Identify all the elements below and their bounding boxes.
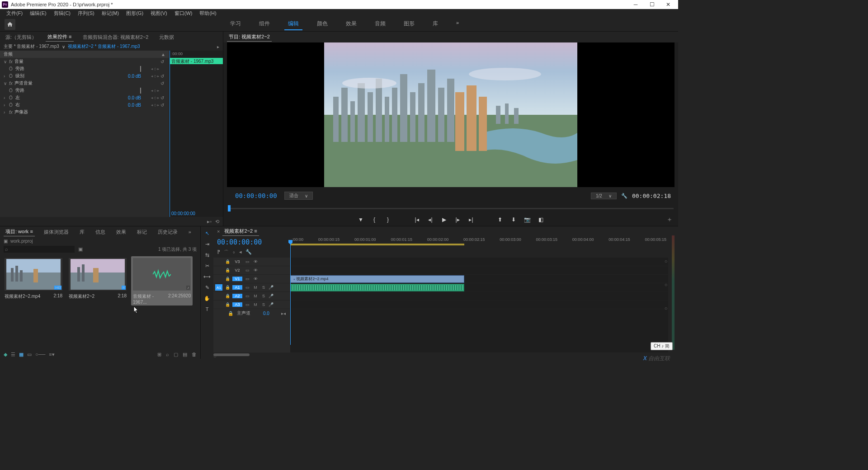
- hand-tool-icon[interactable]: ✋: [203, 294, 211, 302]
- keyframe-nav[interactable]: ◂ ◇ ▸: [141, 89, 159, 93]
- ec-fx-volume[interactable]: 音量: [14, 58, 159, 65]
- workspace-tab-audio[interactable]: 音频: [371, 18, 389, 30]
- left-value[interactable]: 0.0 dB: [114, 95, 141, 100]
- type-tool-icon[interactable]: T: [203, 305, 211, 313]
- tab-markers[interactable]: 标记: [135, 228, 149, 236]
- menu-edit[interactable]: 编辑(E): [26, 10, 50, 17]
- scroll-diamond-icon[interactable]: ○: [665, 258, 668, 264]
- eye-icon[interactable]: 👁: [252, 268, 259, 273]
- step-back-icon[interactable]: ◂|: [427, 216, 434, 223]
- close-button[interactable]: ✕: [660, 0, 676, 9]
- timeline-playhead[interactable]: [290, 243, 291, 345]
- voice-over-icon[interactable]: 🎤: [269, 285, 274, 290]
- menu-file[interactable]: 文件(F): [3, 10, 26, 17]
- keyframe-nav[interactable]: ◂ ◇ ▸: [141, 74, 159, 78]
- sync-lock-icon[interactable]: ▭: [244, 302, 250, 307]
- right-value[interactable]: 0.0 dB: [114, 103, 141, 108]
- keyframe-nav[interactable]: ◂ ◇ ▸: [141, 103, 159, 107]
- tab-info[interactable]: 信息: [94, 228, 107, 236]
- compare-icon[interactable]: ◧: [537, 216, 544, 223]
- scroll-diamond-icon[interactable]: ○: [665, 282, 668, 287]
- lift-icon[interactable]: ⬆: [496, 216, 504, 223]
- zoom-fit-dropdown[interactable]: 适合∨: [284, 192, 313, 200]
- automate-icon[interactable]: ⊞: [157, 352, 161, 357]
- bin-item-audio[interactable]: ♪ 音频素材 - 1967...2:24:25920: [131, 256, 193, 306]
- sync-lock-icon[interactable]: ▭: [244, 268, 250, 273]
- menu-help[interactable]: 帮助(H): [196, 10, 220, 17]
- lock-icon[interactable]: ◆: [4, 352, 7, 357]
- lock-icon[interactable]: 🔒: [224, 285, 231, 290]
- lock-icon[interactable]: 🔒: [224, 259, 231, 264]
- program-scrubber[interactable]: [228, 204, 674, 213]
- menu-graphics[interactable]: 图形(G): [123, 10, 147, 17]
- track-v1[interactable]: V1: [232, 277, 242, 281]
- ripple-tool-icon[interactable]: ⇆: [203, 251, 211, 259]
- wrench-icon[interactable]: 🔧: [619, 193, 629, 199]
- new-bin-icon[interactable]: ▢: [174, 352, 178, 357]
- home-button[interactable]: [5, 19, 15, 30]
- tab-source[interactable]: 源:（无剪辑）: [4, 33, 38, 42]
- mute-icon[interactable]: M: [252, 285, 259, 290]
- tab-more[interactable]: »: [187, 228, 193, 235]
- lock-icon[interactable]: 🔒: [224, 302, 231, 307]
- track-a1[interactable]: A1: [232, 285, 242, 290]
- mute-icon[interactable]: M: [252, 294, 259, 298]
- bin-item-video[interactable]: HD 视频素材2~2.mp42:18: [3, 256, 64, 301]
- stopwatch-icon[interactable]: Ö: [9, 66, 15, 71]
- track-v2[interactable]: V2: [232, 268, 242, 273]
- timeline-timecode[interactable]: 00:00:00:00: [217, 238, 287, 246]
- play-only-icon[interactable]: ▸▫: [207, 219, 212, 225]
- marker-icon[interactable]: ⬨: [232, 249, 236, 256]
- effect-timeline[interactable]: :00:00 音频素材 - 1967.mp3 00:00:00:00: [169, 51, 223, 217]
- reset-icon[interactable]: ↺: [159, 95, 165, 100]
- find-icon[interactable]: ⌕: [166, 352, 169, 357]
- reset-icon[interactable]: ↺: [159, 103, 165, 108]
- pen-tool-icon[interactable]: ✎: [203, 283, 211, 291]
- export-frame-icon[interactable]: 📷: [524, 216, 531, 223]
- keyframe-nav[interactable]: ◂ ◇ ▸: [141, 67, 159, 71]
- lock-icon[interactable]: 🔒: [224, 277, 231, 281]
- source-patch-a1[interactable]: A1: [215, 284, 222, 291]
- goto-out-icon[interactable]: ▸|: [467, 216, 475, 223]
- tab-libraries[interactable]: 库: [78, 228, 86, 236]
- stopwatch-icon[interactable]: Ö: [9, 88, 15, 93]
- sync-lock-icon[interactable]: ▭: [244, 259, 250, 264]
- bin-item-sequence[interactable]: ≡ 视频素材2~22:18: [67, 256, 128, 301]
- sync-lock-icon[interactable]: ▭: [244, 277, 250, 281]
- workspace-tab-color[interactable]: 颜色: [313, 18, 331, 30]
- tab-effects[interactable]: 效果: [114, 228, 128, 236]
- play-icon[interactable]: ▶: [440, 216, 448, 223]
- video-clip[interactable]: ▪视频素材2~2.mp4: [290, 275, 464, 283]
- voice-over-icon[interactable]: 🎤: [269, 294, 274, 298]
- tab-audio-mixer[interactable]: 音频剪辑混合器: 视频素材2~2: [81, 33, 151, 42]
- timeline-zoom-scroll[interactable]: ○: [213, 353, 668, 358]
- stopwatch-icon[interactable]: Ö: [9, 103, 15, 108]
- workspace-tab-assembly[interactable]: 组件: [255, 18, 274, 30]
- tab-project[interactable]: 项目: work ≡: [4, 227, 35, 236]
- workspace-tab-editing[interactable]: 编辑: [284, 18, 302, 30]
- mark-in-icon[interactable]: {: [371, 216, 378, 223]
- audio-clip[interactable]: [290, 284, 464, 291]
- lock-icon[interactable]: 🔒: [224, 268, 231, 273]
- ec-fx-panner[interactable]: 声像器: [14, 109, 165, 115]
- maximize-button[interactable]: ☐: [644, 0, 660, 9]
- track-a3[interactable]: A3: [232, 302, 242, 307]
- tab-history[interactable]: 历史记录: [156, 228, 179, 236]
- lock-icon[interactable]: 🔒: [224, 294, 231, 298]
- timeline-ruler[interactable]: :00:0000:00:00:1500:00:01:00 00:00:01:15…: [290, 236, 668, 254]
- lock-icon[interactable]: 🔒: [228, 311, 233, 316]
- program-monitor[interactable]: [227, 42, 675, 187]
- link-icon[interactable]: ⌒: [224, 249, 229, 256]
- new-item-icon[interactable]: ▤: [183, 352, 187, 357]
- stopwatch-icon[interactable]: Ö: [9, 74, 15, 79]
- loop-icon[interactable]: ⟲: [215, 219, 219, 225]
- ec-fx-channel-volume[interactable]: 声道音量: [14, 80, 159, 86]
- eye-icon[interactable]: 👁: [252, 277, 259, 281]
- minimize-button[interactable]: ─: [627, 0, 644, 9]
- razor-tool-icon[interactable]: ✂: [203, 262, 211, 270]
- extract-icon[interactable]: ⬇: [510, 216, 517, 223]
- slip-tool-icon[interactable]: ⟷: [203, 273, 211, 281]
- wrench-icon[interactable]: 🔧: [245, 249, 252, 256]
- keyframe-nav[interactable]: ◂ ◇ ▸: [141, 96, 159, 100]
- menu-window[interactable]: 窗口(W): [171, 10, 196, 17]
